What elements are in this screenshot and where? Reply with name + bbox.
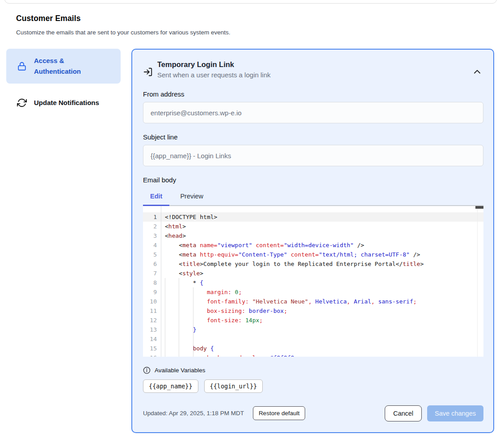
line-number: 13	[143, 325, 161, 334]
code-line: 16 background-color: #f9f9f9;	[143, 353, 483, 357]
page-subtitle: Customize the emails that are sent to yo…	[16, 29, 488, 36]
code-line: 15 body {	[143, 344, 483, 353]
lock-icon	[17, 61, 27, 71]
page-title: Customer Emails	[16, 14, 488, 23]
code-line: 14	[143, 334, 483, 344]
info-icon	[143, 366, 151, 374]
card-title: Temporary Login Link	[157, 60, 270, 69]
cancel-button[interactable]: Cancel	[385, 405, 422, 421]
card-subtitle: Sent when a user requests a login link	[157, 71, 270, 79]
line-number: 9	[143, 287, 161, 297]
available-variables-label: Available Variables	[155, 367, 206, 374]
line-number: 6	[143, 259, 161, 269]
code-line: 3<head>	[143, 231, 483, 240]
email-body-label: Email body	[143, 176, 483, 184]
refresh-icon	[17, 98, 27, 108]
save-changes-button[interactable]: Save changes	[427, 405, 483, 421]
login-icon	[143, 67, 153, 77]
line-number: 12	[143, 316, 161, 325]
subject-line-label: Subject line	[143, 133, 483, 141]
collapse-section-button[interactable]	[472, 67, 483, 77]
code-line: 1<!DOCTYPE html>	[143, 212, 483, 222]
code-line: 2<html>	[143, 222, 483, 231]
line-number: 10	[143, 297, 161, 306]
restore-default-button[interactable]: Restore default	[253, 406, 306, 420]
code-line: 10 font-family: "Helvetica Neue", Helvet…	[143, 297, 483, 306]
email-body-tabs: Edit Preview	[143, 190, 483, 206]
card-footer: Updated: Apr 29, 2025, 1:18 PM MDT Resto…	[143, 405, 483, 421]
indent-guide	[165, 278, 165, 357]
line-number: 5	[143, 250, 161, 259]
line-number: 15	[143, 344, 161, 353]
code-line: 8 * {	[143, 278, 483, 287]
temporary-login-link-card: Temporary Login Link Sent when a user re…	[131, 49, 494, 433]
sidebar-item-update-notifications[interactable]: Update Notifications	[6, 91, 121, 115]
previous-section-bottom-edge	[4, 0, 497, 4]
indent-guide	[179, 278, 179, 357]
chevron-up-icon	[472, 67, 483, 77]
email-types-sidebar: Access & Authentication Update Notificat…	[6, 49, 121, 115]
line-number: 2	[143, 222, 161, 231]
scrollbar-thumb[interactable]	[475, 206, 483, 209]
line-number: 14	[143, 334, 161, 344]
card-header: Temporary Login Link Sent when a user re…	[143, 60, 483, 79]
indent-guide	[193, 287, 193, 357]
sidebar-item-label: Access & Authentication	[34, 55, 97, 77]
from-address-label: From address	[143, 90, 483, 98]
line-number: 16	[143, 353, 161, 357]
tab-preview[interactable]: Preview	[173, 190, 210, 206]
card-header-text: Temporary Login Link Sent when a user re…	[157, 60, 270, 79]
line-number: 11	[143, 306, 161, 316]
page-header: Customer Emails Customize the emails tha…	[0, 0, 504, 36]
code-line: 5 <meta http-equiv="Content-Type" conten…	[143, 250, 483, 259]
code-line: 13 }	[143, 325, 483, 334]
code-line: 11 box-sizing: border-box;	[143, 306, 483, 316]
subject-line-input[interactable]	[143, 145, 483, 166]
code-line: 7 <style>	[143, 269, 483, 278]
variable-chip-app-name[interactable]: {{app_name}}	[143, 379, 198, 393]
line-number: 7	[143, 269, 161, 278]
line-number: 4	[143, 240, 161, 250]
sidebar-item-access-authentication[interactable]: Access & Authentication	[6, 49, 121, 84]
line-number: 1	[143, 212, 161, 222]
scrollbar-track	[477, 206, 478, 357]
variable-chips: {{app_name}} {{login_url}}	[143, 379, 483, 393]
updated-timestamp: Updated: Apr 29, 2025, 1:18 PM MDT	[143, 410, 244, 417]
line-number: 8	[143, 278, 161, 287]
content-layout: Access & Authentication Update Notificat…	[6, 49, 504, 433]
code-line: 12 font-size: 14px;	[143, 316, 483, 325]
code-line: 4 <meta name="viewport" content="width=d…	[143, 240, 483, 250]
tab-edit[interactable]: Edit	[143, 190, 169, 206]
code-line: 6 <title>Complete your login to the Repl…	[143, 259, 483, 269]
code-lines: 1<!DOCTYPE html>2<html>3<head>4 <meta na…	[143, 212, 483, 357]
variable-chip-login-url[interactable]: {{login_url}}	[204, 379, 263, 393]
sidebar-item-label: Update Notifications	[34, 97, 99, 108]
available-variables-row: Available Variables	[143, 366, 483, 374]
from-address-input[interactable]	[143, 102, 483, 123]
code-editor[interactable]: 1<!DOCTYPE html>2<html>3<head>4 <meta na…	[143, 206, 483, 357]
gutter-separator	[161, 206, 161, 357]
code-line: 9 margin: 0;	[143, 287, 483, 297]
line-number: 3	[143, 231, 161, 240]
